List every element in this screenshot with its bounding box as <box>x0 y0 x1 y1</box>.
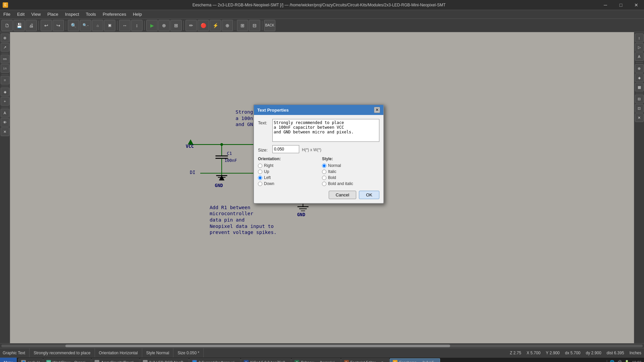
status-orientation: Orientation Horizontal <box>95 348 142 357</box>
style-label: Style: <box>322 157 379 161</box>
menu-tools[interactable]: Tools <box>83 10 99 19</box>
menu-file[interactable]: File <box>0 10 14 19</box>
redo-button[interactable]: ↪ <box>53 20 64 31</box>
zoom-selection-button[interactable]: ▣ <box>104 20 115 31</box>
schematic-canvas[interactable]: VCC DI GND DO 4 3 1 LED1 SK6812MINI R1 4… <box>10 32 634 343</box>
grid-button[interactable]: ⊡ <box>1 76 9 84</box>
style-normal-label: Normal <box>328 163 341 168</box>
taskbar-footprint[interactable]: F Footprint Editor — n... <box>341 358 390 362</box>
taskbar: Menu 👤 garik (:) W WorkFlowy - Organi...… <box>0 357 644 362</box>
dialog-overlay: Text Properties ✕ Text: Strongly recomme… <box>10 32 634 343</box>
rt-scroll-up[interactable]: ↕ <box>635 34 644 42</box>
zoom-in-button[interactable]: 🔍 <box>68 20 79 31</box>
taskbar-support[interactable]: 🌐 3 Support for those wi... <box>189 358 240 362</box>
arrow-tool-button[interactable]: ↗ <box>1 43 9 52</box>
scrollbar-thumb[interactable] <box>65 345 450 347</box>
tray-battery-icon: 🔋 <box>625 360 629 362</box>
dialog-options-section: Orientation: Right Up Left <box>258 157 379 187</box>
taskbar-garik[interactable]: 👤 garik (:) <box>18 358 43 362</box>
rt-close[interactable]: ✕ <box>635 113 644 122</box>
rt-remove[interactable]: ⊟ <box>635 95 644 103</box>
menu-view[interactable]: View <box>28 10 44 19</box>
right-toolbar: ↕ ▷ A ⊕ ◈ ▦ ⊟ ⊡ ✕ <box>634 32 644 343</box>
rt-add[interactable]: ⊕ <box>635 64 644 73</box>
close-tool-button[interactable]: ✕ <box>1 127 9 136</box>
taskbar-pcbnew[interactable]: P Pcbnew — /home/wi... <box>291 358 340 362</box>
style-italic-label: Italic <box>328 169 336 174</box>
style-bold-italic-radio[interactable] <box>322 182 326 186</box>
add-junction-button[interactable]: + <box>1 97 9 106</box>
netlist-button[interactable]: ⊕ <box>158 20 170 31</box>
text-input[interactable]: Strongly recommended to place a 100nF ca… <box>272 119 379 142</box>
annotate-button[interactable]: ⊞ <box>170 20 182 31</box>
style-group: Style: Normal Italic Bold <box>322 157 379 187</box>
run-button[interactable]: ▶ <box>146 20 158 31</box>
menu-preferences[interactable]: Preferences <box>99 10 129 19</box>
undo-button[interactable]: ↩ <box>41 20 52 31</box>
inspect-tool-button[interactable]: 👁 <box>1 118 9 127</box>
rt-grid[interactable]: ▦ <box>635 83 644 92</box>
horizontal-scrollbar[interactable] <box>0 343 644 348</box>
size-input[interactable] <box>272 145 299 153</box>
main-toolbar: 🗋 💾 🖨 ↩ ↪ 🔍 🔍- ⌂ ▣ ↔ ↕ ▶ ⊕ ⊞ ✏ 🔴 ⚡ ⊕ ⊞ ⊟… <box>0 19 644 32</box>
rt-text[interactable]: A <box>635 52 644 61</box>
unit-mm-button[interactable]: mm <box>1 55 9 63</box>
style-bold-label: Bold <box>328 175 336 180</box>
size-label: Size: <box>258 146 270 153</box>
taskbar-led-folder[interactable]: 2x3-LED-RGB-NeoP... <box>140 358 189 362</box>
style-bold-radio[interactable] <box>322 176 326 180</box>
text-tool-button[interactable]: A <box>1 109 9 117</box>
maximize-button[interactable]: □ <box>613 0 629 10</box>
style-normal-radio[interactable] <box>322 164 326 168</box>
print-button[interactable]: 🖨 <box>25 20 37 31</box>
taskbar-right: 🌐 🔊 🔋 18:02 <box>607 360 644 362</box>
orientation-down-radio[interactable] <box>258 182 262 186</box>
field-editor-button[interactable]: ⚡ <box>210 20 221 31</box>
save-button[interactable]: 💾 <box>13 20 25 31</box>
rt-play[interactable]: ▷ <box>635 43 644 52</box>
dialog-close-button[interactable]: ✕ <box>374 107 380 113</box>
orientation-label: Orientation: <box>258 157 315 161</box>
ok-button[interactable]: OK <box>359 191 379 199</box>
menu-place[interactable]: Place <box>44 10 62 19</box>
style-italic-radio[interactable] <box>322 170 326 174</box>
flip-button[interactable]: ↕ <box>131 20 143 31</box>
start-button[interactable]: Menu <box>0 358 17 362</box>
menu-edit[interactable]: Edit <box>14 10 28 19</box>
rt-component[interactable]: ◈ <box>635 73 644 82</box>
main-area: ⊕ ↗ mm in ⊡ ◈ + A 👁 ✕ <box>0 32 644 343</box>
status-style: Style Normal <box>142 348 174 357</box>
zoom-fit-button[interactable]: ⌂ <box>92 20 103 31</box>
new-button[interactable]: 🗋 <box>1 20 13 31</box>
footprint-button[interactable]: ⊟ <box>249 20 260 31</box>
select-tool-button[interactable]: ⊕ <box>1 34 9 42</box>
orientation-left-label: Left <box>264 175 271 180</box>
dialog-body: Text: Strongly recommended to place a 10… <box>254 115 383 203</box>
wire-tool-button[interactable]: ◈ <box>1 87 9 96</box>
mirror-button[interactable]: ↔ <box>119 20 130 31</box>
rt-options[interactable]: ⊡ <box>635 104 644 113</box>
status-coords: Z 2.75 X 5.700 Y 2.900 dx 5.700 dy 2.900… <box>510 351 641 355</box>
close-button[interactable]: ✕ <box>629 0 644 10</box>
menu-inspect[interactable]: Inspect <box>62 10 83 19</box>
bom-button[interactable]: ⊕ <box>222 20 233 31</box>
minimize-button[interactable]: ─ <box>598 0 613 10</box>
back-button[interactable]: BACK <box>264 20 275 31</box>
unit-in-button[interactable]: in <box>1 64 9 73</box>
orientation-left-radio[interactable] <box>258 176 262 180</box>
taskbar-pcbnew-icon: P <box>294 360 299 362</box>
status-size: Size 0.050 * <box>173 348 204 357</box>
orientation-up-radio[interactable] <box>258 170 262 174</box>
taskbar-crazycirc1[interactable]: ArazyCirucits/Devel... <box>92 358 139 362</box>
taskbar-workflowy[interactable]: W WorkFlowy - Organi... <box>43 358 91 362</box>
orientation-right-radio[interactable] <box>258 164 262 168</box>
cancel-button[interactable]: Cancel <box>329 191 356 199</box>
menu-help[interactable]: Help <box>129 10 145 19</box>
power-button[interactable]: 🔴 <box>198 20 209 31</box>
orientation-down-label: Down <box>264 181 274 186</box>
zoom-out-button[interactable]: 🔍- <box>80 20 91 31</box>
erc-button[interactable]: ✏ <box>185 20 197 31</box>
taskbar-kicad[interactable]: K KiCad 5.0.2-bee76a0... <box>241 358 291 362</box>
taskbar-eeschema[interactable]: E Eeschema — 2x3-LE... <box>390 358 440 362</box>
pcbnew-button[interactable]: ⊞ <box>237 20 248 31</box>
